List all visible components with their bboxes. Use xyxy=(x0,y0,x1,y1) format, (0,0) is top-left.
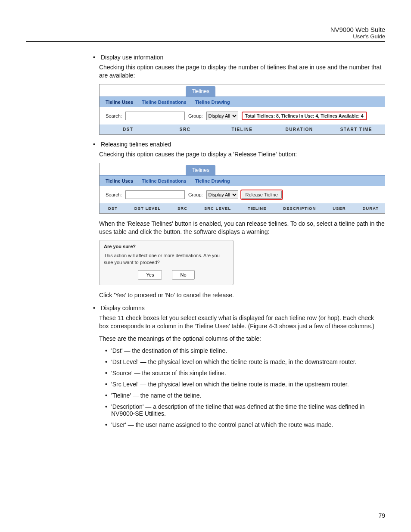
tieline-count-info: Total Tielines: 8, Tielines In Use: 4, T… xyxy=(242,112,367,120)
search-label: Search: xyxy=(106,192,122,197)
col-meaning-description: 'Description' — a description of the tie… xyxy=(111,403,385,417)
bullet-releasing-tielines: Releasing tielines enabled Checking this… xyxy=(99,141,385,299)
figure-release-tieline: Tielines Tieline Uses Tieline Destinatio… xyxy=(99,163,385,214)
page-number: 79 xyxy=(378,512,385,519)
confirm-dialog: Are you sure? This action will affect on… xyxy=(99,240,234,285)
subtab-tieline-destinations[interactable]: Tieline Destinations xyxy=(142,100,187,105)
col-user[interactable]: USER xyxy=(328,206,350,211)
col-dst-level[interactable]: DST LEVEL xyxy=(130,206,165,211)
bullet-desc-1: These 11 check boxes let you select exac… xyxy=(99,314,385,330)
subtab-tieline-uses[interactable]: Tieline Uses xyxy=(106,100,133,105)
col-src[interactable]: SRC xyxy=(173,206,192,211)
guide-subtitle: User's Guide xyxy=(26,33,385,40)
product-title: NV9000 Web Suite xyxy=(26,26,385,33)
search-input[interactable] xyxy=(125,190,185,199)
main-tab-tielines[interactable]: Tielines xyxy=(186,165,215,175)
no-button[interactable]: No xyxy=(172,270,194,280)
col-description[interactable]: DESCRIPTION xyxy=(279,206,320,211)
col-duration-trunc[interactable]: DURAT xyxy=(358,206,383,211)
release-tieline-button[interactable]: Release Tieline xyxy=(242,191,282,199)
bullet-desc: Checking this option causes the page to … xyxy=(99,150,385,159)
col-meaning-dst: 'Dst' — the destination of this simple t… xyxy=(111,347,385,354)
group-label: Group: xyxy=(188,192,203,197)
col-src[interactable]: SRC xyxy=(156,127,213,132)
content-body: Display use information Checking this op… xyxy=(99,54,385,428)
main-tab-tielines[interactable]: Tielines xyxy=(186,86,215,96)
bullet-title: Releasing tielines enabled xyxy=(101,141,171,148)
group-label: Group: xyxy=(188,113,203,118)
col-dst[interactable]: DST xyxy=(104,206,122,211)
figure-tielines-info: Tielines Tieline Uses Tieline Destinatio… xyxy=(99,84,385,135)
search-label: Search: xyxy=(106,113,122,118)
bullet-desc: Checking this option causes the page to … xyxy=(99,63,385,80)
col-start-time[interactable]: START TIME xyxy=(328,127,385,132)
bullet-desc-2: These are the meanings of the optional c… xyxy=(99,335,385,343)
col-meaning-src-level: 'Src Level' — the physical level on whic… xyxy=(111,381,385,388)
dialog-body: This action will affect one or more dest… xyxy=(100,251,233,270)
group-select[interactable]: Display All xyxy=(206,112,238,120)
col-meaning-source: 'Source' — the source of this simple tie… xyxy=(111,370,385,376)
group-select[interactable]: Display All xyxy=(206,190,238,199)
col-duration[interactable]: DURATION xyxy=(271,127,327,132)
release-explain-1: When the 'Release Tielines' button is en… xyxy=(99,220,385,236)
bullet-display-columns: Display columns These 11 check boxes let… xyxy=(99,305,385,428)
col-tieline[interactable]: TIELINE xyxy=(243,206,271,211)
col-meaning-user: 'User' — the user name assigned to the c… xyxy=(111,421,385,428)
bullet-display-use-info: Display use information Checking this op… xyxy=(99,54,385,135)
dialog-title: Are you sure? xyxy=(100,240,233,251)
yes-button[interactable]: Yes xyxy=(138,270,162,280)
search-input[interactable] xyxy=(125,112,185,120)
subtab-tieline-destinations[interactable]: Tieline Destinations xyxy=(142,178,187,184)
col-dst[interactable]: DST xyxy=(100,127,156,132)
bullet-title: Display use information xyxy=(101,54,164,61)
release-explain-2: Click 'Yes' to proceed or 'No' to cancel… xyxy=(99,291,385,299)
col-meaning-dst-level: 'Dst Level' — the physical level on whic… xyxy=(111,358,385,365)
page-header: NV9000 Web Suite User's Guide xyxy=(26,26,385,42)
subtab-tieline-uses[interactable]: Tieline Uses xyxy=(106,178,133,184)
col-tieline[interactable]: TIELINE xyxy=(214,127,271,132)
subtab-tieline-drawing[interactable]: Tieline Drawing xyxy=(195,178,230,184)
col-meaning-tieline: 'Tieline' — the name of the tieline. xyxy=(111,392,385,399)
col-src-level[interactable]: SRC LEVEL xyxy=(200,206,235,211)
subtab-tieline-drawing[interactable]: Tieline Drawing xyxy=(195,100,230,105)
bullet-title: Display columns xyxy=(101,305,145,311)
